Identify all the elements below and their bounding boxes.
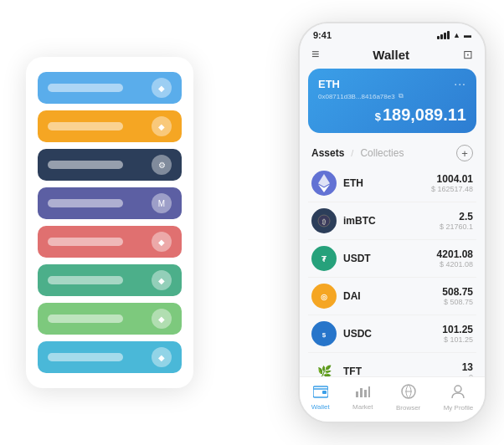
wallet-card-header: ETH ···	[318, 77, 466, 90]
status-icons: ▲ ▬	[437, 31, 471, 39]
stack-card-label-8	[48, 353, 123, 361]
asset-amounts-dai: 508.75 $ 508.75	[442, 286, 473, 306]
svg-text:₮: ₮	[321, 255, 327, 263]
wallet-card[interactable]: ETH ··· 0x08711d3B...8416a78e3 ⧉ $189,08…	[308, 69, 476, 133]
usdc-icon: $	[311, 321, 337, 346]
imbtc-icon: ₿	[311, 208, 337, 233]
stack-card-8[interactable]: ◆	[38, 341, 182, 373]
phone-mockup: 9:41 ▲ ▬ ≡ Wallet ⊡ ETH ···	[298, 22, 486, 423]
stack-card-icon-7: ◆	[152, 309, 172, 329]
stack-card-icon-4: M	[152, 193, 172, 213]
asset-amounts-usdt: 4201.08 $ 4201.08	[437, 248, 473, 269]
asset-name-usdc: USDC	[343, 328, 442, 340]
stack-card-icon-6: ◆	[152, 270, 172, 290]
asset-name-usdt: USDT	[343, 253, 437, 264]
stack-card-6[interactable]: ◆	[38, 264, 182, 296]
asset-item-eth[interactable]: ETH 1004.01 $ 162517.48	[308, 165, 476, 202]
wifi-icon: ▲	[453, 31, 460, 39]
tft-icon: 🌿	[311, 359, 337, 376]
stack-card-label-5	[48, 238, 123, 246]
asset-item-usdt[interactable]: ₮ USDT 4201.08 $ 4201.08	[308, 240, 476, 278]
stack-card-2[interactable]: ◆	[38, 110, 182, 142]
usdt-icon: ₮	[311, 246, 337, 271]
add-asset-button[interactable]: +	[456, 145, 473, 161]
wallet-eth-label: ETH	[318, 78, 340, 90]
stack-card-4[interactable]: M	[38, 187, 182, 219]
stack-card-icon-8: ◆	[152, 347, 172, 367]
nav-profile[interactable]: My Profile	[444, 384, 474, 412]
dai-primary: 508.75	[442, 286, 473, 298]
wallet-dots[interactable]: ···	[454, 77, 466, 90]
assets-header: Assets / Collecties +	[300, 140, 485, 165]
menu-icon[interactable]: ≡	[311, 47, 319, 62]
eth-icon	[311, 171, 337, 196]
svg-text:◎: ◎	[321, 293, 327, 301]
scene: ◆ ◆ ⚙ M ◆ ◆ ◆ ◆	[9, 9, 495, 436]
card-stack: ◆ ◆ ⚙ M ◆ ◆ ◆ ◆	[26, 57, 193, 388]
asset-amounts-eth: 1004.01 $ 162517.48	[431, 173, 473, 193]
stack-card-icon-3: ⚙	[152, 155, 172, 175]
usdc-primary: 101.25	[442, 324, 473, 335]
tab-assets[interactable]: Assets	[311, 147, 344, 159]
copy-icon[interactable]: ⧉	[399, 92, 404, 100]
asset-amounts-usdc: 101.25 $ 101.25	[442, 324, 473, 344]
usdc-secondary: $ 101.25	[442, 335, 473, 344]
asset-item-imbtc[interactable]: ₿ imBTC 2.5 $ 21760.1	[308, 202, 476, 240]
dollar-sign: $	[375, 110, 381, 123]
profile-nav-icon	[450, 384, 465, 402]
stack-card-icon-2: ◆	[152, 116, 172, 136]
svg-text:$: $	[322, 331, 327, 339]
stack-card-label-7	[48, 315, 123, 323]
dai-icon: ◎	[311, 284, 337, 309]
stack-card-7[interactable]: ◆	[38, 303, 182, 335]
svg-rect-11	[360, 388, 363, 397]
expand-icon[interactable]: ⊡	[463, 48, 473, 61]
usdt-secondary: $ 4201.08	[437, 260, 473, 269]
usdt-primary: 4201.08	[437, 248, 473, 260]
svg-rect-10	[356, 391, 358, 397]
nav-title: Wallet	[373, 48, 409, 62]
asset-item-usdc[interactable]: $ USDC 101.25 $ 101.25	[308, 315, 476, 353]
asset-name-tft: TFT	[343, 366, 462, 376]
wallet-address: 0x08711d3B...8416a78e3 ⧉	[318, 92, 466, 100]
browser-nav-icon	[401, 384, 416, 402]
nav-browser[interactable]: Browser	[396, 384, 420, 412]
market-nav-icon	[355, 385, 370, 402]
tab-collecties[interactable]: Collecties	[360, 147, 404, 159]
asset-amounts-tft: 13 0	[462, 361, 473, 376]
wallet-nav-label: Wallet	[311, 403, 330, 411]
market-nav-label: Market	[352, 403, 373, 411]
asset-item-tft[interactable]: 🌿 TFT 13 0	[308, 353, 476, 376]
stack-card-label-3	[48, 161, 123, 169]
nav-market[interactable]: Market	[352, 385, 373, 411]
stack-card-label-2	[48, 122, 123, 130]
asset-list: ETH 1004.01 $ 162517.48 ₿ imBTC 2.5 $ 21…	[300, 165, 485, 376]
wallet-amount: $189,089.11	[318, 105, 466, 125]
assets-divider: /	[351, 148, 353, 158]
battery-icon: ▬	[464, 31, 471, 39]
assets-tabs: Assets / Collecties	[311, 147, 404, 159]
stack-card-5[interactable]: ◆	[38, 226, 182, 258]
wallet-nav-icon	[313, 385, 328, 402]
imbtc-primary: 2.5	[440, 211, 473, 222]
stack-card-1[interactable]: ◆	[38, 72, 182, 104]
stack-card-label-4	[48, 199, 123, 207]
svg-rect-9	[322, 391, 327, 394]
asset-name-dai: DAI	[343, 290, 442, 302]
svg-rect-12	[364, 390, 367, 397]
asset-item-dai[interactable]: ◎ DAI 508.75 $ 508.75	[308, 278, 476, 315]
stack-card-3[interactable]: ⚙	[38, 149, 182, 181]
browser-nav-label: Browser	[396, 404, 420, 412]
eth-secondary: $ 162517.48	[431, 185, 473, 193]
asset-name-imbtc: imBTC	[343, 215, 440, 227]
top-nav: ≡ Wallet ⊡	[300, 43, 485, 69]
svg-point-15	[455, 386, 461, 392]
stack-card-label-6	[48, 276, 123, 284]
nav-wallet[interactable]: Wallet	[311, 385, 330, 411]
status-time: 9:41	[313, 30, 332, 40]
asset-name-eth: ETH	[343, 177, 431, 189]
signal-icon	[437, 31, 450, 39]
stack-card-label-1	[48, 84, 123, 92]
asset-amounts-imbtc: 2.5 $ 21760.1	[440, 211, 473, 231]
eth-primary: 1004.01	[431, 173, 473, 185]
